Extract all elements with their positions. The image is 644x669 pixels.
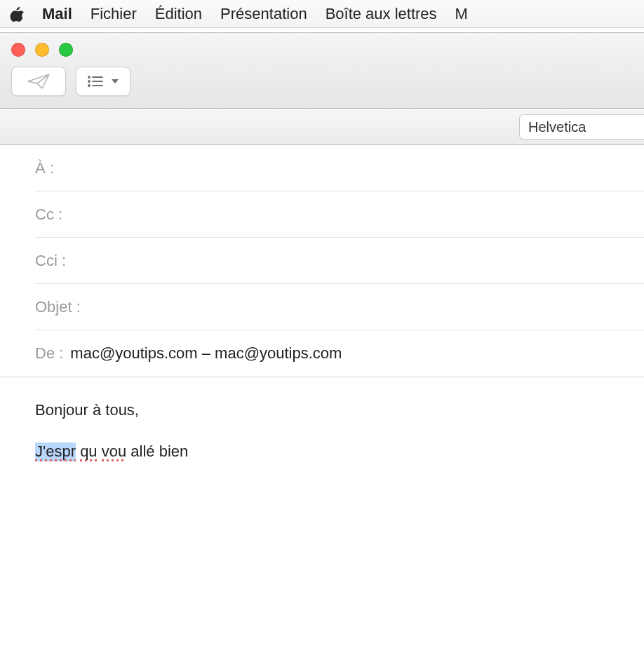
to-value[interactable] (61, 159, 644, 173)
header-options-button[interactable] (76, 67, 130, 96)
misspelled-word[interactable]: qu (80, 442, 97, 461)
compose-toolbar (0, 33, 644, 109)
message-body[interactable]: Bonjour à tous, J'espr qu vou allé bien (0, 377, 644, 502)
list-icon (87, 75, 107, 88)
menu-mailbox[interactable]: Boîte aux lettres (326, 5, 437, 23)
body-text: allé bien (130, 442, 188, 460)
macos-menubar: Mail Fichier Édition Présentation Boîte … (0, 0, 644, 28)
cc-field-row[interactable]: Cc : (35, 191, 644, 238)
format-bar: Helvetica (0, 109, 644, 145)
cc-value[interactable] (69, 205, 644, 219)
to-field-row[interactable]: À : (35, 145, 644, 191)
body-line-1: Bonjour à tous, (35, 398, 609, 421)
message-headers: À : Cc : Cci : Objet : De : mac@youtips.… (0, 145, 644, 377)
window-close-button[interactable] (11, 43, 25, 57)
paper-plane-icon (27, 73, 51, 90)
bcc-value[interactable] (73, 252, 644, 266)
font-family-select[interactable]: Helvetica (519, 114, 644, 140)
menu-file[interactable]: Fichier (90, 5, 137, 23)
menu-edit[interactable]: Édition (155, 5, 202, 23)
subject-label: Objet : (35, 284, 81, 316)
from-value: mac@youtips.com – mac@youtips.com (70, 330, 644, 363)
misspelled-word[interactable]: vou (102, 442, 126, 461)
font-family-value: Helvetica (528, 119, 586, 135)
cc-label: Cc : (35, 191, 62, 224)
to-label: À : (35, 145, 54, 177)
from-field-row[interactable]: De : mac@youtips.com – mac@youtips.com (35, 330, 644, 377)
svg-point-4 (88, 85, 90, 86)
from-label: De : (35, 330, 63, 363)
app-menu[interactable]: Mail (42, 5, 72, 23)
chevron-down-icon (111, 78, 119, 85)
svg-point-0 (88, 76, 90, 78)
selected-misspelled-word[interactable]: J'espr (35, 442, 76, 461)
window-zoom-button[interactable] (59, 43, 73, 57)
subject-value[interactable] (88, 298, 644, 312)
window-minimize-button[interactable] (35, 43, 49, 57)
bcc-field-row[interactable]: Cci : (35, 238, 644, 284)
menu-truncated[interactable]: M (455, 5, 468, 23)
apple-menu-icon[interactable] (10, 6, 24, 22)
compose-window: Helvetica À : Cc : Cci : Objet : De : ma… (0, 32, 644, 669)
send-button[interactable] (11, 67, 66, 96)
window-controls (11, 43, 73, 57)
menu-view[interactable]: Présentation (220, 5, 307, 23)
bcc-label: Cci : (35, 238, 66, 270)
subject-field-row[interactable]: Objet : (35, 284, 644, 330)
svg-point-2 (88, 81, 90, 82)
body-line-2: J'espr qu vou allé bien (35, 440, 609, 463)
